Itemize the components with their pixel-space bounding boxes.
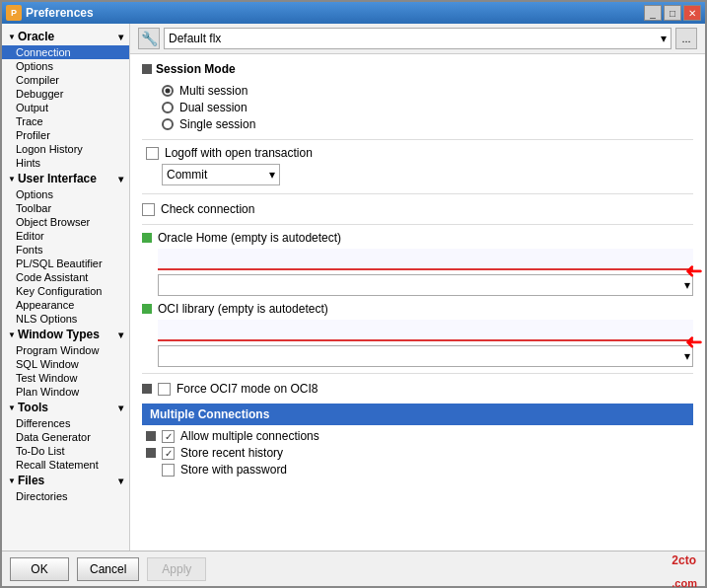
sidebar-item-directories[interactable]: Directories [2, 489, 129, 503]
window-types-label: Window Types [18, 328, 100, 341]
sidebar-item-test-window[interactable]: Test Window [2, 371, 129, 385]
window-types-arrow: ▼ [8, 331, 16, 339]
multiple-connections-header: Multiple Connections [142, 404, 693, 425]
radio-single-session[interactable]: Single session [162, 117, 693, 131]
check-connection-checkbox[interactable] [142, 203, 155, 216]
sidebar-item-program-window[interactable]: Program Window [2, 343, 129, 357]
title-bar-buttons: _ □ ✕ [644, 5, 701, 21]
sidebar-item-toolbar[interactable]: Toolbar [2, 201, 129, 215]
store-password-row: Store with password [142, 463, 693, 477]
sidebar-item-beautifier[interactable]: PL/SQL Beautifier [2, 257, 129, 270]
sidebar-item-hints[interactable]: Hints [2, 156, 129, 170]
sidebar-item-connection[interactable]: Connection [2, 45, 129, 59]
force-oci7-row: Force OCI7 mode on OCI8 [142, 382, 693, 396]
allow-multiple-row: Allow multiple connections [142, 429, 693, 443]
sidebar-item-trace[interactable]: Trace [2, 114, 129, 128]
files-arrow: ▼ [8, 477, 16, 485]
sidebar-item-compiler[interactable]: Compiler [2, 73, 129, 87]
window-icon: P [6, 5, 22, 21]
sidebar-item-recall[interactable]: Recall Statement [2, 458, 129, 472]
oci-library-dropdown[interactable]: ▾ [158, 345, 693, 367]
sidebar-item-fonts[interactable]: Fonts [2, 243, 129, 257]
oracle-home-label-row: Oracle Home (empty is autodetect) [142, 231, 693, 245]
logoff-checkbox[interactable] [146, 147, 159, 160]
sidebar-item-options-ui[interactable]: Options [2, 187, 129, 201]
profile-dropdown-value: Default flx [169, 32, 221, 45]
sidebar-section-oracle[interactable]: ▼ Oracle ▾ [2, 28, 129, 45]
apply-button[interactable]: Apply [147, 557, 206, 581]
force-oci7-checkbox[interactable] [158, 383, 171, 396]
sidebar-section-tools[interactable]: ▼ Tools ▾ [2, 399, 129, 416]
commit-value: Commit [167, 168, 207, 182]
radio-single-label: Single session [179, 117, 255, 131]
store-recent-marker [146, 448, 156, 458]
sidebar-item-appearance[interactable]: Appearance [2, 298, 129, 312]
oracle-home-marker [142, 233, 152, 243]
divider-2 [142, 193, 693, 194]
sidebar-item-logon-history[interactable]: Logon History [2, 142, 129, 156]
sidebar-item-output[interactable]: Output [2, 101, 129, 114]
tools-arrow: ▼ [8, 404, 16, 412]
sidebar-item-nls-options[interactable]: NLS Options [2, 312, 129, 326]
cancel-button[interactable]: Cancel [77, 557, 139, 581]
sidebar-item-profiler[interactable]: Profiler [2, 128, 129, 142]
close-button[interactable]: ✕ [683, 5, 701, 21]
allow-multiple-marker [146, 431, 156, 441]
radio-dual-circle [162, 102, 174, 113]
profile-dropdown[interactable]: Default flx ▾ [164, 28, 672, 49]
sidebar-item-options-oracle[interactable]: Options [2, 59, 129, 73]
sidebar-section-ui[interactable]: ▼ User Interface ▾ [2, 170, 129, 187]
oci-library-arrow-annotation: ➜ [685, 330, 703, 355]
sidebar-item-sql-window[interactable]: SQL Window [2, 357, 129, 371]
sidebar-item-plan-window[interactable]: Plan Window [2, 385, 129, 399]
sidebar-section-window-types[interactable]: ▼ Window Types ▾ [2, 326, 129, 343]
profile-more-button[interactable]: ... [675, 28, 697, 49]
divider-4 [142, 373, 693, 374]
watermark-2cto: 2cto [672, 553, 696, 567]
session-mode-label: Session Mode [156, 62, 236, 76]
store-recent-checkbox[interactable] [162, 447, 175, 460]
oracle-expand-icon: ▾ [118, 32, 123, 42]
radio-dual-label: Dual session [179, 101, 247, 114]
tools-expand-icon: ▾ [118, 403, 123, 413]
sidebar-item-todo[interactable]: To-Do List [2, 444, 129, 458]
sidebar-item-differences[interactable]: Differences [2, 416, 129, 430]
store-recent-row: Store recent history [142, 446, 693, 460]
sidebar-section-files[interactable]: ▼ Files ▾ [2, 472, 129, 489]
preferences-window: P Preferences _ □ ✕ ▼ Oracle ▾ Connectio… [0, 0, 707, 588]
radio-single-circle [162, 118, 174, 130]
oci-library-label-row: OCI library (empty is autodetect) [142, 302, 693, 316]
radio-dual-session[interactable]: Dual session [162, 101, 693, 114]
minimize-button[interactable]: _ [644, 5, 662, 21]
oci-library-input[interactable] [158, 320, 693, 341]
session-mode-radio-group: Multi session Dual session Single sessio… [162, 84, 693, 131]
sidebar-item-editor[interactable]: Editor [2, 229, 129, 243]
allow-multiple-label: Allow multiple connections [180, 429, 319, 443]
profile-toolbar: 🔧 Default flx ▾ ... [130, 24, 705, 54]
ui-section-arrow: ▼ [8, 175, 16, 184]
window-title: Preferences [26, 6, 640, 20]
maximize-button[interactable]: □ [664, 5, 681, 21]
oracle-home-dropdown[interactable]: ▾ [158, 274, 693, 296]
ui-expand-icon: ▾ [118, 174, 123, 184]
files-expand-icon: ▾ [118, 476, 123, 486]
oci-library-marker [142, 304, 152, 314]
tools-label: Tools [18, 401, 48, 414]
sidebar-item-debugger[interactable]: Debugger [2, 87, 129, 101]
sidebar-item-key-config[interactable]: Key Configuration [2, 284, 129, 298]
oracle-home-input[interactable] [158, 249, 693, 270]
radio-multi-session[interactable]: Multi session [162, 84, 693, 98]
logoff-label: Logoff with open transaction [165, 146, 313, 160]
check-connection-label: Check connection [161, 202, 254, 216]
watermark: 2cto .com [672, 547, 697, 589]
sidebar-item-data-generator[interactable]: Data Generator [2, 430, 129, 444]
allow-multiple-checkbox[interactable] [162, 430, 175, 443]
radio-multi-circle [162, 85, 174, 97]
store-password-checkbox[interactable] [162, 464, 175, 477]
ok-button[interactable]: OK [10, 557, 69, 581]
sidebar-item-code-assistant[interactable]: Code Assistant [2, 270, 129, 284]
oracle-section-label: Oracle [18, 30, 54, 43]
commit-dropdown[interactable]: Commit ▾ [162, 164, 280, 185]
commit-dropdown-arrow: ▾ [269, 168, 275, 182]
sidebar-item-object-browser[interactable]: Object Browser [2, 215, 129, 229]
